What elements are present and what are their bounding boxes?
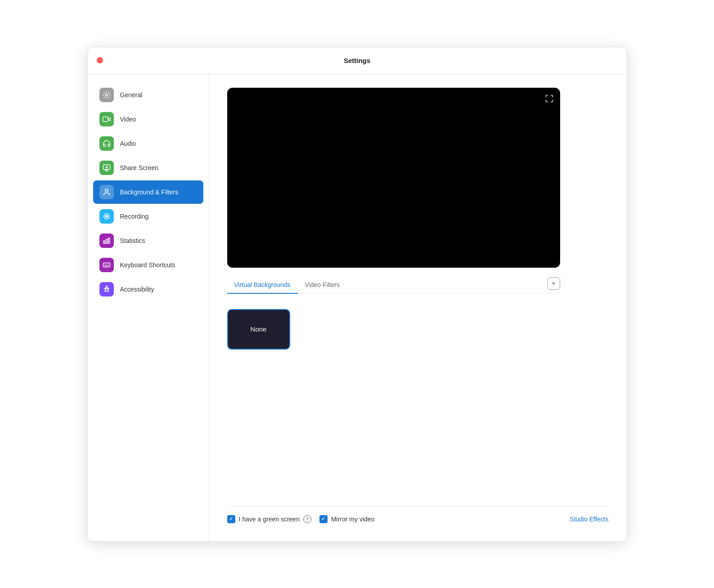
sidebar-item-video[interactable]: Video — [93, 108, 203, 131]
green-screen-checkbox[interactable] — [227, 515, 235, 523]
tabs-row: Virtual Backgrounds Video Filters + — [227, 277, 560, 294]
sidebar-label-audio: Audio — [120, 140, 136, 147]
sidebar-item-statistics[interactable]: Statistics — [93, 229, 203, 252]
background-none-label: None — [251, 325, 267, 333]
sidebar-item-keyboard-shortcuts[interactable]: Keyboard Shortcuts — [93, 253, 203, 277]
title-bar: Settings — [88, 47, 627, 74]
mirror-video-label: Mirror my video — [331, 516, 374, 523]
sidebar-item-accessibility[interactable]: Accessibility — [93, 278, 203, 301]
sidebar-label-general: General — [120, 91, 143, 99]
svg-rect-10 — [103, 263, 110, 267]
keyboard-icon — [99, 258, 114, 272]
main-layout: General Video — [88, 74, 627, 541]
studio-effects-link[interactable]: Studio Effects — [570, 516, 608, 523]
sidebar-item-background-filters[interactable]: Background & Filters — [93, 180, 203, 204]
svg-point-6 — [105, 215, 108, 218]
sidebar-label-recording: Recording — [120, 213, 149, 220]
sidebar-label-keyboard-shortcuts: Keyboard Shortcuts — [120, 261, 175, 269]
background-none-card[interactable]: None — [227, 309, 290, 350]
green-screen-checkbox-item: I have a green screen ? — [227, 515, 311, 523]
statistics-icon — [99, 233, 114, 248]
close-button[interactable] — [97, 57, 103, 63]
svg-rect-7 — [103, 241, 105, 243]
svg-rect-2 — [103, 117, 108, 121]
sidebar-label-background-filters: Background & Filters — [120, 189, 179, 196]
tab-virtual-backgrounds[interactable]: Virtual Backgrounds — [227, 277, 298, 294]
sidebar-label-video: Video — [120, 116, 136, 123]
svg-rect-8 — [106, 239, 107, 243]
sidebar-item-general[interactable]: General — [93, 83, 203, 107]
main-content: Virtual Backgrounds Video Filters + None… — [209, 74, 627, 541]
mirror-video-checkbox-item: Mirror my video — [319, 515, 374, 523]
share-screen-icon — [99, 161, 114, 175]
sidebar-item-audio[interactable]: Audio — [93, 132, 203, 155]
footer-bar: I have a green screen ? Mirror my video … — [227, 506, 609, 528]
svg-point-0 — [105, 94, 108, 96]
sidebar-label-accessibility: Accessibility — [120, 286, 154, 293]
person-icon — [99, 185, 114, 199]
sidebar-item-recording[interactable]: Recording — [93, 205, 203, 228]
sidebar-label-statistics: Statistics — [120, 237, 145, 244]
help-icon[interactable]: ? — [303, 515, 311, 523]
svg-marker-1 — [108, 117, 110, 121]
gear-icon — [99, 88, 114, 102]
svg-point-4 — [105, 189, 108, 192]
add-background-button[interactable]: + — [548, 277, 560, 290]
video-preview — [227, 88, 560, 268]
resize-icon[interactable] — [545, 94, 554, 105]
recording-icon — [99, 209, 114, 224]
green-screen-label: I have a green screen — [239, 516, 300, 523]
accessibility-icon — [99, 282, 114, 296]
tab-video-filters[interactable]: Video Filters — [298, 277, 347, 294]
svg-rect-9 — [108, 238, 109, 243]
window-title: Settings — [344, 57, 370, 64]
headphones-icon — [99, 136, 114, 151]
backgrounds-grid: None — [227, 303, 609, 350]
video-icon — [99, 112, 114, 126]
svg-point-11 — [106, 286, 107, 287]
sidebar-label-share-screen: Share Screen — [120, 164, 159, 171]
settings-window: Settings General — [87, 47, 627, 542]
sidebar-item-share-screen[interactable]: Share Screen — [93, 156, 203, 180]
mirror-video-checkbox[interactable] — [319, 515, 328, 523]
sidebar: General Video — [88, 74, 209, 541]
